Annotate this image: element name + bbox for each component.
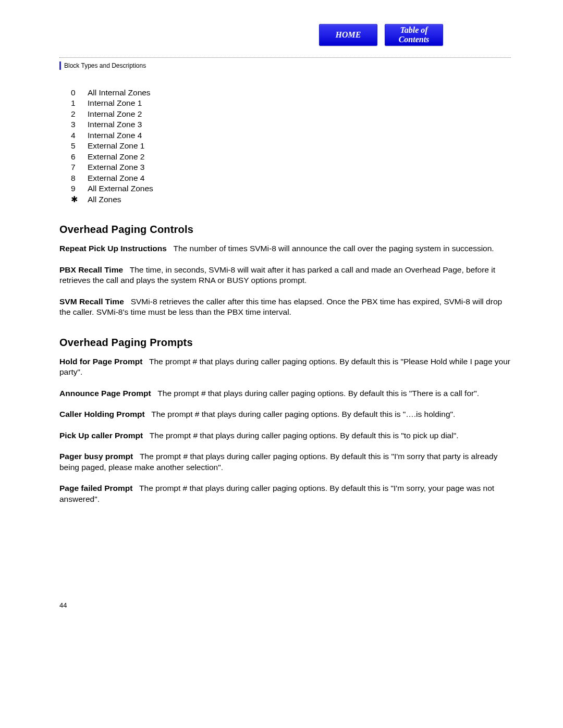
- breadcrumb-text: Block Types and Descriptions: [64, 62, 146, 69]
- zone-key: 4: [71, 130, 79, 141]
- zone-key: ✱: [71, 194, 79, 205]
- zone-row: 6External Zone 2: [71, 152, 511, 162]
- definition-body: The prompt # that plays during caller pa…: [143, 431, 458, 440]
- zone-label: External Zone 3: [88, 162, 144, 172]
- definition-term: PBX Recall Time: [59, 265, 123, 274]
- definition-paragraph: Hold for Page Prompt The prompt # that p…: [59, 356, 511, 378]
- page: HOME Table of Contents Block Types and D…: [0, 0, 563, 728]
- definition-term: SVM Recall Time: [59, 297, 124, 306]
- section-heading-prompts: Overhead Paging Prompts: [59, 336, 511, 349]
- zone-row: 5External Zone 1: [71, 141, 511, 151]
- zone-key: 2: [71, 109, 79, 119]
- definition-paragraph: Announce Page Prompt The prompt # that p…: [59, 388, 511, 399]
- header-rule: [59, 57, 511, 58]
- zone-key: 7: [71, 162, 79, 172]
- zone-row: 7External Zone 3: [71, 162, 511, 172]
- toc-button[interactable]: Table of Contents: [385, 24, 443, 46]
- zone-label: All External Zones: [88, 183, 153, 194]
- zone-label: Internal Zone 4: [88, 130, 142, 141]
- zone-label: Internal Zone 1: [88, 98, 142, 108]
- definition-term: Caller Holding Prompt: [59, 410, 145, 418]
- definition-paragraph: Page failed Prompt The prompt # that pla…: [59, 483, 511, 504]
- zone-row: ✱All Zones: [71, 194, 511, 205]
- definition-body: The prompt # that plays during caller pa…: [151, 389, 479, 398]
- zone-key: 9: [71, 183, 79, 194]
- definition-paragraph: Pick Up caller Prompt The prompt # that …: [59, 430, 511, 441]
- zone-key: 3: [71, 119, 79, 130]
- zone-row: 3Internal Zone 3: [71, 119, 511, 130]
- zone-label: Internal Zone 3: [88, 119, 142, 130]
- zone-row: 2Internal Zone 2: [71, 109, 511, 119]
- definition-term: Pager busy prompt: [59, 452, 133, 461]
- definition-term: Repeat Pick Up Instructions: [59, 244, 167, 253]
- zone-key: 6: [71, 152, 79, 162]
- definition-paragraph: Pager busy prompt The prompt # that play…: [59, 451, 511, 473]
- definition-paragraph: Caller Holding Prompt The prompt # that …: [59, 409, 511, 419]
- definition-paragraph: PBX Recall Time The time, in seconds, SV…: [59, 265, 511, 286]
- definition-term: Page failed Prompt: [59, 484, 132, 492]
- definition-term: Hold for Page Prompt: [59, 357, 142, 366]
- zone-row: 9All External Zones: [71, 183, 511, 194]
- home-button[interactable]: HOME: [319, 24, 377, 46]
- home-button-label: HOME: [336, 30, 361, 40]
- zone-row: 0All Internal Zones: [71, 88, 511, 98]
- zone-row: 8External Zone 4: [71, 173, 511, 183]
- zone-key: 0: [71, 88, 79, 98]
- toc-button-line2: Contents: [399, 35, 430, 44]
- page-number: 44: [59, 601, 67, 609]
- zone-list: 0All Internal Zones1Internal Zone 12Inte…: [71, 88, 511, 205]
- zone-key: 1: [71, 98, 79, 108]
- zone-label: Internal Zone 2: [88, 109, 142, 119]
- prompts-items: Hold for Page Prompt The prompt # that p…: [59, 356, 511, 504]
- zone-label: External Zone 1: [88, 141, 144, 151]
- zone-row: 1Internal Zone 1: [71, 98, 511, 108]
- toc-button-line1: Table of: [400, 26, 427, 35]
- definition-body: The prompt # that plays during caller pa…: [145, 410, 456, 418]
- controls-items: Repeat Pick Up Instructions The number o…: [59, 243, 511, 317]
- definition-term: Pick Up caller Prompt: [59, 431, 143, 440]
- zone-label: All Internal Zones: [88, 88, 151, 98]
- definition-paragraph: Repeat Pick Up Instructions The number o…: [59, 243, 511, 254]
- definition-body: The number of times SVMi-8 will announce…: [167, 244, 494, 253]
- top-nav: HOME Table of Contents: [319, 24, 443, 46]
- definition-term: Announce Page Prompt: [59, 389, 151, 398]
- section-heading-controls: Overhead Paging Controls: [59, 223, 511, 236]
- breadcrumb: Block Types and Descriptions: [59, 61, 146, 70]
- zone-label: External Zone 2: [88, 152, 144, 162]
- definition-body: SVMi-8 retrieves the caller after this t…: [59, 297, 502, 316]
- zone-key: 8: [71, 173, 79, 183]
- definition-paragraph: SVM Recall Time SVMi-8 retrieves the cal…: [59, 297, 511, 318]
- zone-label: External Zone 4: [88, 173, 144, 183]
- content-area: 0All Internal Zones1Internal Zone 12Inte…: [59, 83, 511, 515]
- definition-body: The time, in seconds, SVMi-8 will wait a…: [59, 265, 495, 285]
- zone-label: All Zones: [88, 194, 121, 205]
- zone-row: 4Internal Zone 4: [71, 130, 511, 141]
- zone-key: 5: [71, 141, 79, 151]
